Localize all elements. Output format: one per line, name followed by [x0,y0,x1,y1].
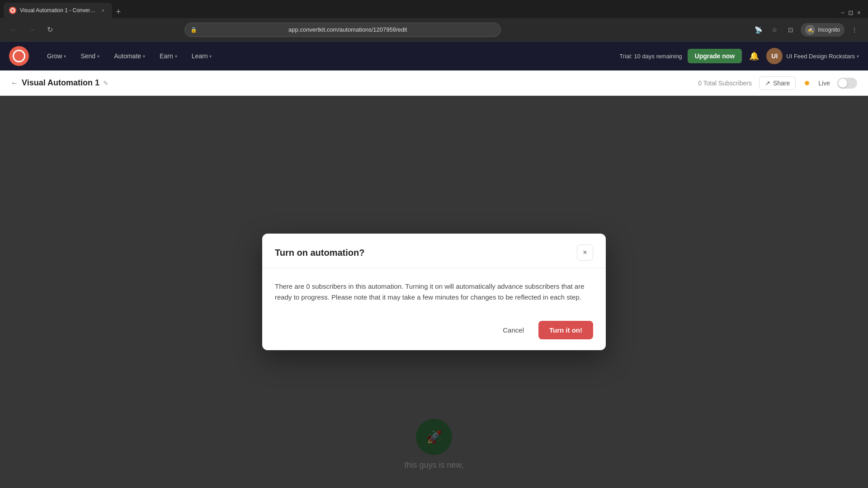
back-arrow-icon: ← [11,79,18,87]
tab-close-button[interactable]: × [99,7,107,14]
app-area: Grow ▾ Send ▾ Automate ▾ Earn ▾ Learn [0,42,868,488]
earn-chevron-icon: ▾ [175,54,177,59]
maximize-button[interactable]: ⊡ [848,9,854,16]
nav-send-label: Send [80,52,95,60]
address-bar: ← → ↻ 🔒 app.convertkit.com/automations/1… [0,18,868,42]
nav-item-learn[interactable]: Learn ▾ [184,42,219,70]
nav-item-earn[interactable]: Earn ▾ [152,42,184,70]
modal-body: There are 0 subscribers in this automati… [262,268,606,314]
notification-bell-icon[interactable]: 🔔 [749,51,759,61]
upgrade-button[interactable]: Upgrade now [688,49,742,63]
user-name: UI Feed Design Rockstars [786,53,855,60]
toggle-knob [838,79,847,88]
back-nav-button[interactable]: ← [7,23,20,36]
trial-badge: Trial: 10 days remaining [619,53,682,60]
top-navigation: Grow ▾ Send ▾ Automate ▾ Earn ▾ Learn [0,42,868,70]
subheader: ← Visual Automation 1 ✎ 0 Total Subscrib… [0,70,868,96]
live-status-dot [805,81,809,85]
send-chevron-icon: ▾ [97,54,99,59]
main-content: 🚀 this guys is new, Turn on automation? … [0,96,868,488]
active-tab[interactable]: Visual Automation 1 - ConvertKit × [4,3,112,18]
close-button[interactable]: × [857,9,861,16]
subheader-right-section: 0 Total Subscribers ↗ Share Live [698,76,857,90]
live-toggle[interactable] [837,78,857,89]
nav-item-send[interactable]: Send ▾ [73,42,107,70]
extensions-icon[interactable]: ⊡ [784,23,797,36]
minimize-button[interactable]: − [841,9,844,16]
nav-item-automate[interactable]: Automate ▾ [107,42,152,70]
learn-chevron-icon: ▾ [209,54,212,59]
bookmark-icon[interactable]: ☆ [768,23,781,36]
browser-frame: Visual Automation 1 - ConvertKit × + − ⊡… [0,0,868,488]
share-icon: ↗ [765,80,770,87]
nav-automate-label: Automate [114,52,141,60]
incognito-icon: 🕵 [805,25,815,35]
modal-footer: Cancel Turn it on! [262,314,606,350]
url-text: app.convertkit.com/automations/1207959/e… [201,26,495,33]
page-title: Visual Automation 1 [22,78,99,88]
nav-item-grow[interactable]: Grow ▾ [40,42,73,70]
address-input[interactable]: 🔒 app.convertkit.com/automations/1207959… [184,23,501,37]
user-avatar[interactable]: UI [766,48,783,64]
cancel-button[interactable]: Cancel [494,322,533,338]
automate-chevron-icon: ▾ [143,54,145,59]
incognito-label: Incognito [818,27,840,33]
forward-nav-button[interactable]: → [25,23,38,36]
modal-header: Turn on automation? × [262,234,606,268]
tab-title: Visual Automation 1 - ConvertKit [20,7,96,14]
nav-learn-label: Learn [192,52,208,60]
close-icon: × [583,249,587,257]
nav-items: Grow ▾ Send ▾ Automate ▾ Earn ▾ Learn [40,42,619,70]
incognito-button[interactable]: 🕵 Incognito [801,23,844,37]
edit-title-icon[interactable]: ✎ [103,80,108,87]
nav-grow-label: Grow [47,52,62,60]
share-label: Share [773,80,790,87]
subscribers-count: 0 Total Subscribers [698,80,752,87]
refresh-button[interactable]: ↻ [43,23,56,36]
more-options-icon[interactable]: ⋮ [848,23,861,36]
live-label: Live [818,80,830,87]
window-controls: − ⊡ × [841,9,861,18]
tab-favicon [9,7,16,14]
modal-description: There are 0 subscribers in this automati… [275,281,593,303]
turn-on-automation-modal: Turn on automation? × There are 0 subscr… [262,234,606,350]
browser-toolbar-icons: 📡 ☆ ⊡ 🕵 Incognito ⋮ [752,23,861,37]
nav-earn-label: Earn [160,52,173,60]
share-button[interactable]: ↗ Share [759,76,796,90]
lock-icon: 🔒 [190,27,197,33]
user-menu-chevron-icon[interactable]: ▾ [857,54,859,59]
confirm-turn-on-button[interactable]: Turn it on! [538,321,593,339]
tab-bar: Visual Automation 1 - ConvertKit × + − ⊡… [0,0,868,18]
brand-logo-inner [13,50,25,62]
modal-title: Turn on automation? [275,248,577,258]
brand-logo[interactable] [9,46,29,66]
screen-cast-icon[interactable]: 📡 [752,23,764,36]
svg-point-0 [11,9,14,12]
grow-chevron-icon: ▾ [64,54,66,59]
modal-close-button[interactable]: × [577,244,593,261]
new-tab-button[interactable]: + [112,5,125,18]
back-button[interactable]: ← [11,79,18,87]
